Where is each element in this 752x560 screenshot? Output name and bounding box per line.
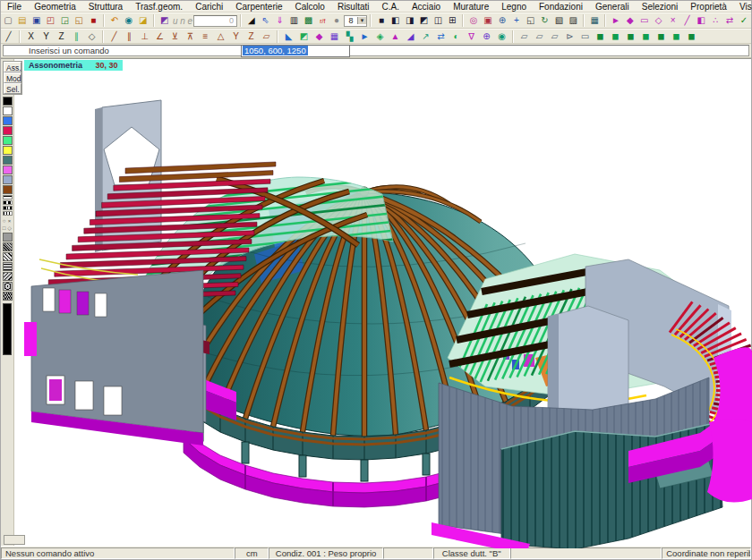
line-weight-select[interactable]: 8▾ [344, 15, 367, 27]
wire-box-3-icon[interactable]: ▱ [548, 30, 562, 43]
select-beams-icon[interactable]: ╱ [680, 14, 694, 28]
solid-box-5-icon[interactable]: ◼ [654, 30, 669, 43]
select-pointer-icon[interactable]: ► [610, 14, 623, 28]
view-button-ass[interactable]: Ass. [4, 62, 21, 72]
rotate-view-icon[interactable]: ↻ [538, 14, 551, 28]
menu-item-calcolo[interactable]: Calcolo [289, 2, 331, 12]
line-style-swatch-dot[interactable] [3, 211, 13, 216]
flag-icon[interactable]: ⊳ [563, 30, 577, 43]
menu-item-selezioni[interactable]: Selezioni [636, 2, 685, 12]
beam-draw-icon[interactable]: ╱ [107, 30, 122, 43]
save-file-icon[interactable]: ▣ [30, 14, 43, 28]
menu-item-visualizza[interactable]: Visualizza [733, 2, 752, 12]
plane-icon[interactable]: ▭ [578, 30, 593, 43]
hatch-swatch-rings[interactable] [3, 282, 13, 291]
beam-parallel-icon[interactable]: ∥ [123, 30, 137, 43]
solid-box-2-icon[interactable]: ◼ [609, 30, 623, 43]
insert-node-icon[interactable]: ⇓ [273, 14, 286, 28]
solid-box-7-icon[interactable]: ◼ [685, 30, 699, 43]
color-swatch-0[interactable] [3, 97, 13, 106]
window-quad-icon[interactable]: ⊞ [446, 14, 459, 28]
beam-tri-icon[interactable]: △ [214, 30, 228, 43]
beam-offset-icon[interactable]: ⊻ [168, 30, 183, 43]
line-style-swatch-solid[interactable] [3, 195, 13, 199]
print-icon[interactable]: ■ [87, 14, 100, 28]
export-dxf-icon[interactable]: ◲ [58, 14, 72, 28]
coordinate-input[interactable]: 1050, 600, 1250 [241, 45, 350, 57]
zoom-window-icon[interactable]: ▣ [482, 14, 495, 28]
hatch-swatch-lines[interactable] [3, 262, 13, 271]
mesh-tool-9-icon[interactable]: ◢ [404, 30, 418, 43]
menu-item-geometria[interactable]: Geometria [28, 2, 82, 12]
solid-box-3-icon[interactable]: ◼ [624, 30, 638, 43]
menu-item-legno[interactable]: Legno [495, 2, 533, 12]
menu-item-fondazioni[interactable]: Fondazioni [533, 2, 589, 12]
beam-y-icon[interactable]: Y [229, 30, 244, 43]
draw-line-icon[interactable]: ╱ [2, 30, 16, 43]
color-swatch-2[interactable] [3, 116, 13, 125]
mesh-tool-8-icon[interactable]: ▲ [389, 30, 403, 43]
menu-item-risultati[interactable]: Risultati [331, 2, 376, 12]
shaded-view-icon[interactable]: ▧ [552, 14, 566, 28]
select-poly-icon[interactable]: ◇ [652, 14, 665, 28]
solid-box-6-icon[interactable]: ◼ [670, 30, 684, 43]
view-button-mod[interactable]: Mod [4, 72, 21, 83]
marker-swatch-3[interactable]: ◇ [7, 225, 13, 232]
color-swatch-6[interactable] [3, 156, 13, 165]
hatch-swatch-solid[interactable] [3, 233, 13, 242]
hatch-swatch-diag[interactable] [3, 272, 13, 281]
wire-box-2-icon[interactable]: ▱ [533, 30, 547, 43]
rendered-view-icon[interactable]: ▨ [567, 14, 580, 28]
panel-color-icon[interactable]: ▩ [302, 14, 315, 28]
menu-item-generali[interactable]: Generali [589, 2, 636, 12]
menu-item-propriet-[interactable]: Proprietà [684, 2, 733, 12]
beam-base-icon[interactable]: ⊼ [184, 30, 198, 43]
beam-z-icon[interactable]: Z [244, 30, 259, 43]
mesh-tool-11-icon[interactable]: ⇄ [434, 30, 449, 43]
beam-perp-icon[interactable]: ⊥ [138, 30, 152, 43]
mesh-tool-1-icon[interactable]: ◣ [282, 30, 296, 43]
menu-item-acciaio[interactable]: Acciaio [406, 2, 447, 12]
page-setup-icon[interactable]: ◪ [136, 14, 150, 28]
numeric-field[interactable]: 0 [193, 15, 236, 27]
mesh-tool-14-icon[interactable]: ⊕ [480, 30, 494, 43]
window-split-h-icon[interactable]: ◧ [389, 14, 402, 28]
menu-item-carpenterie[interactable]: Carpenterie [229, 2, 288, 12]
menu-item-trasf-geom-[interactable]: Trasf.geom. [129, 2, 189, 12]
deselect-icon[interactable]: × [666, 14, 679, 28]
view-button-sel[interactable]: Sel. [4, 83, 21, 94]
color-swatch-4[interactable] [3, 136, 13, 145]
menu-item-c-a-[interactable]: C.A. [375, 2, 405, 12]
solid-box-1-icon[interactable]: ◼ [594, 30, 608, 43]
window-single-icon[interactable]: ■ [374, 14, 388, 28]
mesh-tool-15-icon[interactable]: ◉ [495, 30, 509, 43]
color-swatch-7[interactable] [3, 165, 13, 174]
mesh-tool-3-icon[interactable]: ◆ [312, 30, 327, 43]
open-file-icon[interactable]: ▤ [15, 14, 29, 28]
fill-mode-icon[interactable]: ◢ [244, 14, 258, 28]
color-swatch-3[interactable] [3, 126, 13, 135]
module-icon[interactable]: ◩ [158, 14, 171, 28]
pointer-icon[interactable]: ⇖ [259, 14, 272, 28]
zoom-previous-icon[interactable]: ◱ [524, 14, 537, 28]
line-style-swatch-dash-dot[interactable] [3, 206, 13, 210]
new-file-icon[interactable]: ▢ [2, 14, 15, 28]
model-viewport[interactable] [14, 59, 752, 548]
zoom-extents-icon[interactable]: ◎ [467, 14, 481, 28]
select-box-icon[interactable]: ◆ [623, 14, 637, 28]
menu-item-file[interactable]: File [1, 2, 28, 12]
mesh-tool-5-icon[interactable]: ▚ [343, 30, 357, 43]
hatch-swatch-zigzag[interactable] [3, 292, 13, 301]
view-3d-icon[interactable]: ◉ [123, 14, 136, 28]
pan-icon[interactable]: + [509, 14, 523, 28]
color-swatch-8[interactable] [3, 175, 13, 184]
beam-angle-icon[interactable]: ∠ [153, 30, 167, 43]
sphere-render-icon[interactable]: ● [330, 14, 344, 28]
mesh-tool-2-icon[interactable]: ◩ [297, 30, 312, 43]
color-swatch-1[interactable] [3, 106, 13, 115]
confirm-selection-icon[interactable]: ✓ [737, 14, 750, 28]
marker-swatch-1[interactable]: × [7, 217, 13, 225]
mesh-tool-10-icon[interactable]: ↗ [419, 30, 433, 43]
axis-y-icon[interactable]: Y [39, 30, 54, 43]
zoom-in-icon[interactable]: ⊕ [495, 14, 508, 28]
